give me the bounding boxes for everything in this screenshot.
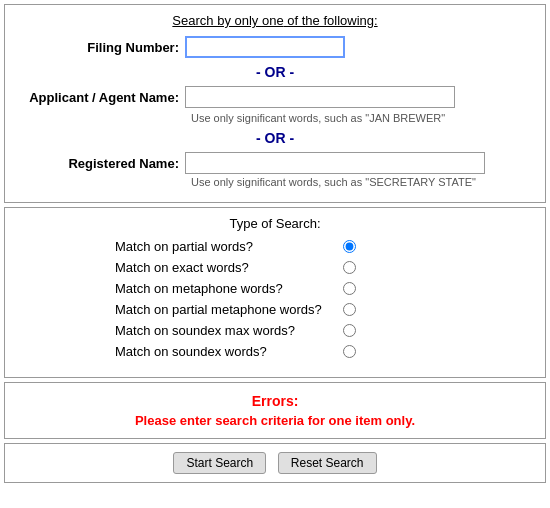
radio-label-4: Match on soundex max words? — [115, 323, 335, 338]
radio-soundex-max[interactable] — [343, 324, 356, 337]
error-message: Please enter search criteria for one ite… — [15, 413, 535, 428]
error-title: Errors: — [15, 393, 535, 409]
radio-soundex-words[interactable] — [343, 345, 356, 358]
radio-label-1: Match on exact words? — [115, 260, 335, 275]
applicant-agent-input[interactable] — [185, 86, 455, 108]
radio-exact-words[interactable] — [343, 261, 356, 274]
applicant-agent-label: Applicant / Agent Name: — [15, 90, 185, 105]
or-divider-1: - OR - — [15, 64, 535, 80]
registered-name-label: Registered Name: — [15, 156, 185, 171]
registered-hint: Use only significant words, such as "SEC… — [191, 176, 535, 188]
radio-partial-metaphone[interactable] — [343, 303, 356, 316]
search-type-title: Type of Search: — [15, 216, 535, 231]
filing-number-label: Filing Number: — [15, 40, 185, 55]
radio-row-2: Match on metaphone words? — [15, 281, 535, 296]
search-fields-section: Search by only one of the following: Fil… — [4, 4, 546, 203]
radio-row-5: Match on soundex words? — [15, 344, 535, 359]
registered-name-input[interactable] — [185, 152, 485, 174]
page-wrapper: Search by only one of the following: Fil… — [0, 0, 550, 487]
registered-name-row: Registered Name: — [15, 152, 535, 174]
radio-row-0: Match on partial words? — [15, 239, 535, 254]
radio-partial-words[interactable] — [343, 240, 356, 253]
applicant-hint: Use only significant words, such as "JAN… — [191, 112, 535, 124]
title-prefix: Search by only — [172, 13, 262, 28]
radio-row-4: Match on soundex max words? — [15, 323, 535, 338]
radio-label-0: Match on partial words? — [115, 239, 335, 254]
errors-section: Errors: Please enter search criteria for… — [4, 382, 546, 439]
title-suffix: of the following: — [284, 13, 378, 28]
filing-number-row: Filing Number: — [15, 36, 535, 58]
radio-row-3: Match on partial metaphone words? — [15, 302, 535, 317]
radio-label-5: Match on soundex words? — [115, 344, 335, 359]
radio-row-1: Match on exact words? — [15, 260, 535, 275]
buttons-section: Start Search Reset Search — [4, 443, 546, 483]
radio-metaphone-words[interactable] — [343, 282, 356, 295]
reset-search-button[interactable]: Reset Search — [278, 452, 377, 474]
radio-label-3: Match on partial metaphone words? — [115, 302, 335, 317]
search-type-section: Type of Search: Match on partial words? … — [4, 207, 546, 378]
filing-number-input[interactable] — [185, 36, 345, 58]
radio-label-2: Match on metaphone words? — [115, 281, 335, 296]
section-title: Search by only one of the following: — [15, 13, 535, 28]
title-underline: one — [262, 13, 284, 28]
applicant-agent-row: Applicant / Agent Name: — [15, 86, 535, 108]
start-search-button[interactable]: Start Search — [173, 452, 266, 474]
or-divider-2: - OR - — [15, 130, 535, 146]
